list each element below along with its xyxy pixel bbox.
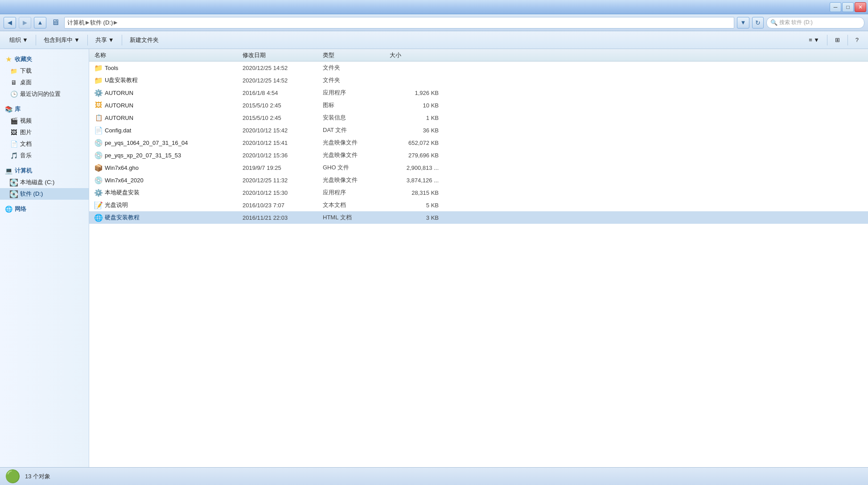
sidebar-item-c-drive[interactable]: 💽 本地磁盘 (C:) [0, 177, 89, 188]
minimize-button[interactable]: ─ [830, 2, 841, 12]
file-type: 光盘映像文件 [323, 139, 390, 147]
img-icon: 🖼 [95, 101, 103, 109]
change-view-icon: ⊞ [835, 37, 840, 43]
location-icon: 🖥 [49, 17, 62, 29]
help-button[interactable]: ? [851, 33, 864, 47]
file-size: 28,315 KB [390, 189, 443, 196]
include-button[interactable]: 包含到库中 ▼ [39, 33, 85, 47]
sidebar-item-download[interactable]: 📁 下载 [0, 65, 89, 77]
table-row[interactable]: 📦 Win7x64.gho 2019/9/7 19:25 GHO 文件 2,90… [89, 161, 868, 174]
txt-icon: 📝 [95, 201, 103, 209]
col-header-size[interactable]: 大小 [390, 51, 443, 59]
table-row[interactable]: 📁 Tools 2020/12/25 14:52 文件夹 [89, 62, 868, 74]
refresh-button[interactable]: ↻ [752, 17, 764, 29]
table-row[interactable]: 📝 光盘说明 2016/10/23 7:07 文本文档 5 KB [89, 199, 868, 211]
breadcrumb[interactable]: 计算机 ▶ 软件 (D:) ▶ [64, 17, 734, 29]
dropdown-icon: ▼ [740, 19, 746, 26]
table-row[interactable]: 📁 U盘安装教程 2020/12/25 14:52 文件夹 [89, 74, 868, 86]
html-icon: 🌐 [95, 214, 103, 222]
col-header-name[interactable]: 名称 [91, 51, 243, 59]
status-app-icon: 🟢 [4, 469, 21, 485]
table-row[interactable]: 💿 pe_yqs_xp_20_07_31_15_53 2020/10/12 15… [89, 149, 868, 161]
maximize-button[interactable]: □ [842, 2, 854, 12]
view-button[interactable]: ≡ ▼ [804, 33, 824, 47]
file-name: pe_yqs_1064_20_07_31_16_04 [105, 140, 188, 146]
table-row[interactable]: 💿 pe_yqs_1064_20_07_31_16_04 2020/10/12 … [89, 136, 868, 149]
view-icon: ≡ [809, 37, 812, 43]
file-name: AUTORUN [105, 90, 133, 96]
table-row[interactable]: ⚙️ AUTORUN 2016/1/8 4:54 应用程序 1,926 KB [89, 86, 868, 99]
file-date: 2016/10/23 7:07 [243, 202, 323, 209]
col-header-date[interactable]: 修改日期 [243, 51, 323, 59]
app-icon: ⚙️ [95, 189, 103, 197]
change-view-button[interactable]: ⊞ [830, 33, 845, 47]
sidebar-item-d-drive[interactable]: 💽 软件 (D:) [0, 188, 89, 200]
file-size: 10 KB [390, 102, 443, 109]
file-area: 名称 修改日期 类型 大小 📁 Tools 2020/12/25 14:52 文… [89, 49, 868, 467]
computer-header[interactable]: 💻 计算机 [0, 165, 89, 177]
sort-name-button[interactable]: 名称 [95, 51, 106, 59]
organize-button[interactable]: 组织 ▼ [4, 33, 33, 47]
view-dropdown-icon: ▼ [814, 37, 819, 43]
table-row[interactable]: 📄 Config.dat 2020/10/12 15:42 DAT 文件 36 … [89, 124, 868, 136]
table-row[interactable]: ⚙️ 本地硬盘安装 2020/10/12 15:30 应用程序 28,315 K… [89, 186, 868, 199]
sidebar-item-recent[interactable]: 🕒 最近访问的位置 [0, 88, 89, 100]
search-icon: 🔍 [770, 19, 777, 26]
up-button[interactable]: ▲ [34, 17, 46, 29]
sidebar-item-music[interactable]: 🎵 音乐 [0, 150, 89, 161]
table-row[interactable]: 🖼 AUTORUN 2015/5/10 2:45 图标 10 KB [89, 99, 868, 111]
file-size: 3,874,126 ... [390, 177, 443, 184]
sidebar-item-picture[interactable]: 🖼 图片 [0, 127, 89, 138]
dropdown-button[interactable]: ▼ [737, 17, 749, 29]
organize-dropdown-icon: ▼ [22, 37, 28, 43]
document-icon: 📄 [10, 140, 18, 148]
file-name: Win7x64_2020 [105, 177, 144, 184]
table-row[interactable]: 🌐 硬盘安装教程 2016/11/21 22:03 HTML 文档 3 KB [89, 211, 868, 224]
file-date: 2016/1/8 4:54 [243, 90, 323, 96]
library-icon: 📚 [4, 105, 12, 113]
folder-icon: 📁 [95, 64, 103, 72]
window-controls: ─ □ ✕ [830, 2, 866, 12]
file-type: 图标 [323, 101, 390, 109]
network-label: 网络 [15, 205, 26, 213]
forward-button[interactable]: ▶ [19, 17, 31, 29]
iso-icon: 💿 [95, 176, 103, 184]
sidebar-item-document[interactable]: 📄 文档 [0, 138, 89, 150]
status-bar: 🟢 13 个对象 [0, 467, 868, 485]
breadcrumb-drive[interactable]: 软件 (D:) [90, 19, 113, 27]
include-dropdown-icon: ▼ [74, 37, 80, 43]
sidebar-item-desktop[interactable]: 🖥 桌面 [0, 77, 89, 88]
favorites-header[interactable]: ★ 收藏夹 [0, 53, 89, 65]
sort-date-button[interactable]: 修改日期 [243, 51, 266, 59]
file-date: 2020/12/25 14:52 [243, 77, 323, 84]
column-header: 名称 修改日期 类型 大小 [89, 49, 868, 62]
file-date: 2020/10/12 15:41 [243, 140, 323, 146]
file-date: 2020/10/12 15:36 [243, 152, 323, 159]
library-section: 📚 库 🎬 视频 🖼 图片 📄 文档 🎵 音乐 [0, 103, 89, 161]
sort-type-button[interactable]: 类型 [323, 51, 334, 59]
iso-icon: 💿 [95, 139, 103, 147]
file-type: 文本文档 [323, 201, 390, 209]
network-header[interactable]: 🌐 网络 [0, 203, 89, 215]
file-type: GHO 文件 [323, 164, 390, 172]
file-type: 安装信息 [323, 114, 390, 122]
search-bar[interactable]: 🔍 搜索 软件 (D:) [766, 17, 864, 29]
sidebar-item-video[interactable]: 🎬 视频 [0, 115, 89, 127]
address-bar: ◀ ▶ ▲ 🖥 计算机 ▶ 软件 (D:) ▶ ▼ ↻ 🔍 搜索 软件 (D:) [0, 14, 868, 31]
file-name: Tools [105, 65, 118, 71]
sidebar-item-label: 下载 [20, 67, 32, 75]
new-folder-button[interactable]: 新建文件夹 [125, 33, 164, 47]
breadcrumb-computer[interactable]: 计算机 [67, 19, 85, 27]
toolbar-separator-1 [36, 35, 36, 45]
sort-size-button[interactable]: 大小 [390, 51, 401, 59]
table-row[interactable]: 📋 AUTORUN 2015/5/10 2:45 安装信息 1 KB [89, 111, 868, 124]
close-button[interactable]: ✕ [855, 2, 866, 12]
forward-icon: ▶ [23, 19, 27, 26]
library-header[interactable]: 📚 库 [0, 103, 89, 115]
file-type: 光盘映像文件 [323, 176, 390, 184]
share-button[interactable]: 共享 ▼ [91, 33, 119, 47]
recent-icon: 🕒 [10, 90, 18, 98]
table-row[interactable]: 💿 Win7x64_2020 2020/12/25 11:32 光盘映像文件 3… [89, 174, 868, 186]
back-button[interactable]: ◀ [4, 17, 16, 29]
col-header-type[interactable]: 类型 [323, 51, 390, 59]
